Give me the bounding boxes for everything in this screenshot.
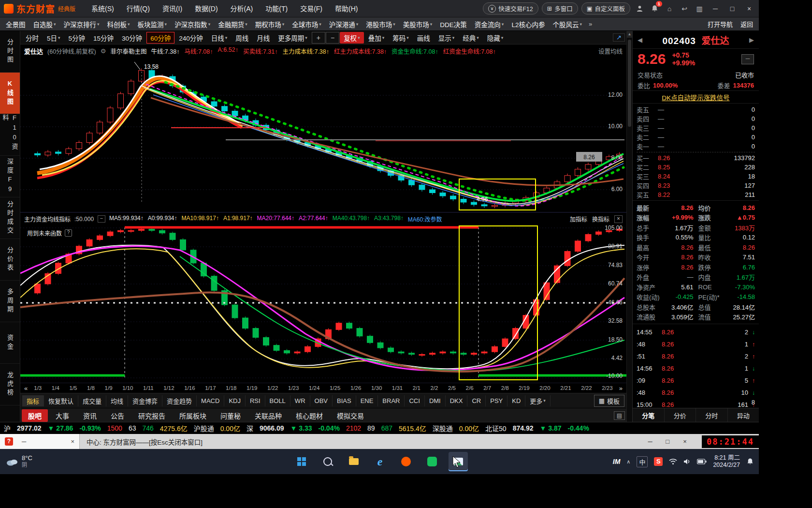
period-button[interactable]: 显示▾: [435, 32, 459, 44]
menubar-item[interactable]: 数据(D): [188, 0, 224, 17]
collapse-panel-button[interactable]: ─: [741, 54, 754, 64]
bg-minimize-button[interactable]: ─: [642, 438, 658, 445]
quick-trade-button[interactable]: ¥ 快速交易F12: [483, 2, 538, 15]
period-button[interactable]: 240分钟: [175, 32, 207, 44]
info-tab[interactable]: 核心题材: [290, 409, 329, 422]
indicator-tab[interactable]: KD: [508, 395, 525, 406]
menubar-item[interactable]: 资讯(I): [156, 0, 188, 17]
ask-row[interactable]: 卖一 — 0: [637, 142, 755, 151]
indicator-tab[interactable]: 资金博弈: [128, 395, 162, 406]
period-button[interactable]: 日线▾: [207, 32, 232, 44]
set-ma-link[interactable]: 设置均线: [598, 46, 623, 56]
bg-close-button[interactable]: ×: [677, 438, 693, 445]
open-navigation-link[interactable]: 打开导航: [708, 19, 733, 29]
period-button[interactable]: 30分钟: [118, 32, 146, 44]
help-icon[interactable]: ?: [65, 229, 72, 237]
panel-tab[interactable]: 分价: [664, 408, 696, 422]
fund-indicator-chart[interactable]: 用到未来函数 ? 105.00 88.91 74.83 60.74 46.66 …: [20, 225, 626, 383]
period-button[interactable]: 经典▾: [459, 32, 483, 44]
sidebar-item[interactable]: 龙虎榜: [0, 364, 20, 405]
period-button[interactable]: 周线: [232, 32, 252, 44]
period-button[interactable]: 隐藏▾: [483, 32, 508, 44]
speaker-icon[interactable]: [683, 458, 691, 465]
sidebar-item[interactable]: F10资料: [0, 114, 20, 156]
navbar-item[interactable]: 沪深港通▾: [325, 19, 362, 29]
indicator-tab[interactable]: RSI: [246, 395, 265, 406]
ie-browser-button[interactable]: e: [370, 452, 390, 471]
period-button[interactable]: −: [326, 32, 339, 44]
bid-row[interactable]: 买三 8.24 18: [637, 172, 755, 181]
bid-row[interactable]: 买四 8.23 127: [637, 181, 755, 190]
scrollbar-up-icon[interactable]: ▲: [627, 31, 632, 38]
indicator-tab[interactable]: 资金趋势: [162, 395, 197, 406]
indicator-tab[interactable]: DKX: [446, 395, 468, 406]
close-indicator-icon[interactable]: ×: [614, 215, 623, 223]
prev-stock-icon[interactable]: ◀: [636, 36, 644, 44]
period-button[interactable]: 15分钟: [89, 32, 117, 44]
layout-icon[interactable]: ▥: [694, 3, 705, 14]
pdf-app-button[interactable]: [396, 452, 416, 471]
switch-indicator-link[interactable]: 换指标: [592, 215, 609, 223]
indicator-tab[interactable]: ENE: [356, 395, 378, 406]
indicator-tab[interactable]: BRAR: [378, 395, 405, 406]
info-tab[interactable]: 研究报告: [132, 409, 172, 422]
main-kline-chart[interactable]: 13.58 4.96 8.26 12.00 10.00 8.00 6.00: [20, 57, 626, 212]
indicator-tab[interactable]: CCI: [405, 395, 424, 406]
navbar-item[interactable]: 资金流向▾: [471, 19, 508, 29]
wifi-icon[interactable]: [669, 458, 677, 465]
sidebar-item[interactable]: 深度F9: [0, 156, 20, 197]
indicator-tab[interactable]: CR: [467, 395, 486, 406]
navbar-item[interactable]: 金融期货▾: [214, 19, 251, 29]
navbar-item[interactable]: 全球市场▾: [288, 19, 325, 29]
period-button[interactable]: 月线: [253, 32, 274, 44]
dk-signal-link[interactable]: DK点自动提示涨跌信号: [662, 92, 729, 102]
next-stock-icon[interactable]: ▶: [747, 36, 756, 44]
sidebar-item[interactable]: 分时成交: [0, 197, 20, 239]
navbar-item[interactable]: L2核心内参: [508, 19, 549, 29]
sidebar-item[interactable]: 多周期: [0, 281, 20, 322]
panel-tab[interactable]: 异动: [727, 408, 759, 422]
start-button[interactable]: [292, 452, 311, 471]
preview-minimize-icon[interactable]: ─: [22, 438, 26, 445]
menubar-item[interactable]: 系统(S): [85, 0, 120, 17]
info-tab[interactable]: 股吧: [22, 409, 48, 422]
taskbar-preview[interactable]: ? ─ ×: [0, 434, 80, 449]
back-link[interactable]: 返回: [740, 19, 753, 29]
sidebar-item[interactable]: 分时图: [0, 31, 20, 73]
info-tab[interactable]: 模拟交易: [331, 409, 370, 422]
collapse-indicator-button[interactable]: −: [98, 215, 105, 223]
sidebar-item[interactable]: 资金: [0, 322, 20, 364]
indicator-tab[interactable]: 指标: [22, 395, 44, 406]
indicator-tab[interactable]: WR: [290, 395, 310, 406]
info-tab[interactable]: 所属板块: [173, 409, 213, 422]
bid-row[interactable]: 买一 8.26 133792: [637, 153, 755, 163]
sidebar-item[interactable]: K线图: [0, 73, 20, 114]
info-tab[interactable]: 资讯: [77, 409, 103, 422]
notification-bell-icon[interactable]: 1: [649, 3, 660, 14]
action-center-icon[interactable]: [746, 458, 754, 465]
period-button[interactable]: 复权▾: [340, 32, 364, 44]
bid-row[interactable]: 买五 8.22 211: [637, 190, 755, 199]
period-button[interactable]: +: [312, 32, 325, 44]
period-button[interactable]: 分时: [22, 32, 43, 44]
expand-chart-icon[interactable]: ↗: [613, 33, 625, 42]
navbar-item[interactable]: 沪深京指数▾: [171, 19, 214, 29]
undo-icon[interactable]: ↩: [679, 3, 690, 14]
dock-panel-icon[interactable]: ▤: [614, 411, 625, 420]
user-icon[interactable]: [634, 3, 645, 14]
template-button[interactable]: ▦ 模板: [594, 395, 624, 407]
battery-icon[interactable]: [697, 459, 707, 464]
home-icon[interactable]: ⌂: [664, 3, 675, 14]
indicator-tab[interactable]: BOLL: [265, 395, 290, 406]
navbar-item[interactable]: 全景图: [2, 19, 29, 29]
menubar-item[interactable]: 交易(F): [294, 0, 329, 17]
menubar-item[interactable]: 行情(Q): [120, 0, 156, 17]
scrollbar-thumb[interactable]: [628, 40, 631, 127]
input-method-icon[interactable]: 中: [637, 456, 648, 467]
bid-row[interactable]: 买二 8.25 228: [637, 163, 755, 172]
indicator-tab[interactable]: OBV: [310, 395, 333, 406]
period-button[interactable]: 更多周期▾: [274, 32, 311, 44]
indicator-tab[interactable]: DMI: [425, 395, 446, 406]
period-button[interactable]: 60分钟: [146, 32, 174, 44]
custom-panel-button[interactable]: ▣ 自定义面板: [581, 2, 630, 15]
